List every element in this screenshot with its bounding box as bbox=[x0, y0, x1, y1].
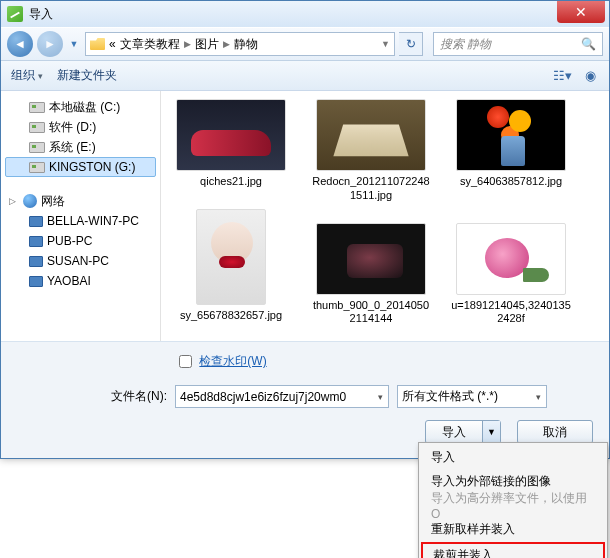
pc-icon bbox=[29, 216, 43, 227]
window-buttons: ✕ bbox=[557, 1, 609, 23]
filetype-filter[interactable]: 所有文件格式 (*.*) bbox=[397, 385, 547, 408]
app-icon bbox=[7, 6, 23, 22]
thumbnail bbox=[176, 99, 286, 171]
drive-icon bbox=[29, 122, 45, 133]
import-dropdown-arrow[interactable]: ▼ bbox=[482, 421, 500, 443]
breadcrumb-seg[interactable]: 静物 bbox=[234, 36, 258, 53]
new-folder-button[interactable]: 新建文件夹 bbox=[57, 67, 117, 84]
back-button[interactable]: ◄ bbox=[7, 31, 33, 57]
drive-icon bbox=[29, 162, 45, 173]
pc-icon bbox=[29, 256, 43, 267]
thumbnail bbox=[456, 99, 566, 171]
forward-button[interactable]: ► bbox=[37, 31, 63, 57]
refresh-button[interactable]: ↻ bbox=[399, 32, 423, 56]
toolbar: 组织 新建文件夹 ☷▾ ◉ bbox=[1, 61, 609, 91]
breadcrumb-seg[interactable]: 图片 bbox=[195, 36, 219, 53]
filename-row: 文件名(N): 4e5d8d8cjw1e6iz6fzuj7j20wm0 所有文件… bbox=[15, 385, 595, 408]
thumbnail bbox=[456, 223, 566, 295]
menu-import[interactable]: 导入 bbox=[421, 445, 605, 469]
address-bar[interactable]: « 文章类教程 ▶ 图片 ▶ 静物 ▼ bbox=[85, 32, 395, 56]
network-pc[interactable]: PUB-PC bbox=[5, 231, 156, 251]
thumbnail bbox=[316, 223, 426, 295]
thumbnail bbox=[196, 209, 266, 305]
drive-icon bbox=[29, 142, 45, 153]
file-item[interactable]: sy_64063857812.jpg bbox=[451, 99, 571, 203]
search-icon: 🔍 bbox=[581, 37, 596, 51]
cancel-button[interactable]: 取消 bbox=[517, 420, 593, 444]
menu-resample[interactable]: 重新取样并装入 bbox=[421, 517, 605, 541]
filename-label: 文件名(N): bbox=[111, 388, 167, 405]
menu-crop-and-load[interactable]: 裁剪并装入 bbox=[423, 544, 603, 558]
watermark-label[interactable]: 检查水印(W) bbox=[199, 354, 266, 368]
help-button[interactable]: ◉ bbox=[581, 67, 599, 85]
breadcrumb-seg[interactable]: 文章类教程 bbox=[120, 36, 180, 53]
network-pc[interactable]: SUSAN-PC bbox=[5, 251, 156, 271]
bottom-panel: 检查水印(W) 文件名(N): 4e5d8d8cjw1e6iz6fzuj7j20… bbox=[1, 341, 609, 458]
drive-item[interactable]: 软件 (D:) bbox=[5, 117, 156, 137]
network-root[interactable]: ▷网络 bbox=[5, 191, 156, 211]
body-area: 本地磁盘 (C:) 软件 (D:) 系统 (E:) KINGSTON (G:) … bbox=[1, 91, 609, 341]
button-row: 导入 ▼ 取消 bbox=[15, 420, 595, 444]
nav-bar: ◄ ► ▼ « 文章类教程 ▶ 图片 ▶ 静物 ▼ ↻ 搜索 静物 🔍 bbox=[1, 27, 609, 61]
file-item[interactable]: qiches21.jpg bbox=[171, 99, 291, 203]
file-item[interactable]: sy_65678832657.jpg bbox=[171, 209, 291, 327]
pc-icon bbox=[29, 236, 43, 247]
menu-import-highres: 导入为高分辨率文件，以使用 O bbox=[421, 493, 605, 517]
view-options-button[interactable]: ☷▾ bbox=[553, 67, 571, 85]
thumbnail bbox=[316, 99, 426, 171]
network-icon bbox=[23, 194, 37, 208]
drive-icon bbox=[29, 102, 45, 113]
pc-icon bbox=[29, 276, 43, 287]
window-title: 导入 bbox=[29, 6, 53, 23]
network-pc[interactable]: BELLA-WIN7-PC bbox=[5, 211, 156, 231]
folder-icon bbox=[90, 38, 105, 50]
file-item[interactable]: thumb_900_0_20140502114144 bbox=[311, 209, 431, 327]
close-button[interactable]: ✕ bbox=[557, 1, 605, 23]
file-grid[interactable]: qiches21.jpg Redocn_20121107224815​11.jp… bbox=[161, 91, 609, 341]
import-dropdown-menu: 导入 导入为外部链接的图像 导入为高分辨率文件，以使用 O 重新取样并装入 裁剪… bbox=[418, 442, 608, 558]
network-pc[interactable]: YAOBAI bbox=[5, 271, 156, 291]
file-item[interactable]: u=1891214045,324013524​28f bbox=[451, 209, 571, 327]
drive-item-selected[interactable]: KINGSTON (G:) bbox=[5, 157, 156, 177]
sidebar: 本地磁盘 (C:) 软件 (D:) 系统 (E:) KINGSTON (G:) … bbox=[1, 91, 161, 341]
watermark-checkbox[interactable] bbox=[179, 355, 192, 368]
history-dropdown[interactable]: ▼ bbox=[67, 31, 81, 57]
search-placeholder: 搜索 静物 bbox=[440, 36, 491, 53]
drive-item[interactable]: 本地磁盘 (C:) bbox=[5, 97, 156, 117]
titlebar[interactable]: 导入 ✕ bbox=[1, 1, 609, 27]
import-dialog-window: 导入 ✕ ◄ ► ▼ « 文章类教程 ▶ 图片 ▶ 静物 ▼ ↻ 搜索 静物 🔍… bbox=[0, 0, 610, 459]
file-item[interactable]: Redocn_20121107224815​11.jpg bbox=[311, 99, 431, 203]
filename-input[interactable]: 4e5d8d8cjw1e6iz6fzuj7j20wm0 bbox=[175, 385, 389, 408]
watermark-row: 检查水印(W) bbox=[15, 352, 595, 371]
import-split-button[interactable]: 导入 ▼ bbox=[425, 420, 501, 444]
drive-item[interactable]: 系统 (E:) bbox=[5, 137, 156, 157]
organize-menu[interactable]: 组织 bbox=[11, 67, 43, 84]
menu-highlight-annotation: 裁剪并装入 bbox=[421, 542, 605, 558]
search-input[interactable]: 搜索 静物 🔍 bbox=[433, 32, 603, 56]
